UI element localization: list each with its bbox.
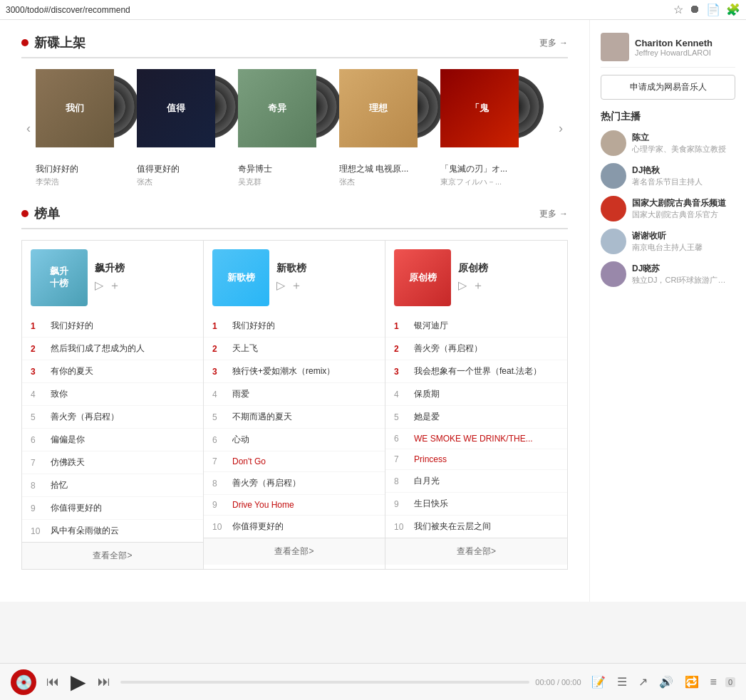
new-albums-header: 新碟上架 更多 → [21,34,568,58]
chart-row[interactable]: 7 Don't Go [204,451,385,472]
chart-row[interactable]: 3 我会想象有一个世界（feat.法老） [385,360,567,383]
top-bar: 3000/todo#/discover/recommend ☆ ⏺ 📄 🧩 [0,0,746,20]
chart-song-title: 有你的夏天 [51,365,195,377]
chart-cover: 新歌榜 [212,249,269,306]
album-artist: 李荣浩 [36,177,126,187]
chart-row[interactable]: 10 你值得更好的 [204,516,385,538]
chart-row[interactable]: 9 Drive You Home [204,495,385,516]
add-chart-btn[interactable]: ＋ [109,278,120,293]
play-chart-btn[interactable]: ▷ [276,278,285,293]
chart-rank: 2 [31,344,45,354]
broadcaster-info: 陈立 心理学家、美食家陈立教授 [632,132,735,155]
chart-actions: ▷ ＋ [276,278,306,293]
chart-footer[interactable]: 查看全部> [385,538,567,565]
chart-row[interactable]: 4 雨爱 [204,383,385,406]
chart-rank: 5 [212,412,227,422]
album-item[interactable]: 理想 理想之城 电视原... 张杰 [339,69,430,187]
chart-rank: 7 [31,458,45,468]
broadcaster-avatar [601,163,626,189]
record-icon[interactable]: ⏺ [689,3,700,16]
hot-broadcast-title: 热门主播 [601,110,735,123]
section-dot [21,39,29,46]
broadcaster-desc: 心理学家、美食家陈立教授 [632,144,732,155]
chart-row[interactable]: 4 致你 [22,383,203,406]
chart-rank: 2 [394,344,408,354]
chart-song-title: 拾忆 [51,479,195,491]
chart-row[interactable]: 1 我们好好的 [204,315,385,338]
add-chart-btn[interactable]: ＋ [472,278,484,293]
add-chart-btn[interactable]: ＋ [291,278,302,293]
chart-rank: 8 [212,479,227,489]
albums-list: 我们 我们好好的 李荣浩 值得 值得更好的 张杰 奇异 奇异博士 吴克群 理想 … [36,69,554,187]
broadcaster-name: 国家大剧院古典音乐频道 [632,197,735,209]
chart-row[interactable]: 1 我们好好的 [22,315,203,338]
chart-footer[interactable]: 查看全部> [204,538,385,565]
chart-row[interactable]: 2 善火旁（再启程） [385,338,567,360]
chart-row[interactable]: 6 偏偏是你 [22,429,203,451]
albums-next-btn[interactable]: › [554,121,568,136]
extension-icon[interactable]: 🧩 [726,3,740,16]
chart-row[interactable]: 8 白月光 [385,470,567,493]
pdf-icon[interactable]: 📄 [706,3,720,16]
broadcasters-list: 陈立 心理学家、美食家陈立教授 DJ艳秋 著名音乐节目主持人 国家大剧院古典音乐… [601,130,735,287]
chart-rank: 9 [31,503,45,513]
top-bar-icons: ☆ ⏺ 📄 🧩 [673,3,740,16]
chart-row[interactable]: 9 你值得更好的 [22,497,203,520]
charts-more[interactable]: 更多 → [539,208,568,220]
chart-row[interactable]: 2 然后我们成了想成为的人 [22,338,203,360]
broadcaster-item[interactable]: 陈立 心理学家、美食家陈立教授 [601,130,735,156]
broadcaster-item[interactable]: DJ晓苏 独立DJ，CRI环球旅游广播... [601,261,735,287]
broadcaster-item[interactable]: 国家大剧院古典音乐频道 国家大剧院古典音乐官方 [601,196,735,221]
chart-rank: 4 [31,390,45,399]
broadcaster-name: 谢谢收听 [632,230,735,242]
chart-row[interactable]: 2 天上飞 [204,338,385,360]
album-item[interactable]: 奇异 奇异博士 吴克群 [238,69,328,187]
chart-song-title: 善火旁（再启程） [414,343,559,355]
chart-row[interactable]: 5 善火旁（再启程） [22,406,203,429]
album-item[interactable]: 「鬼 「鬼滅の刃」オ... 東京フィルハ－... [440,69,531,187]
chart-song-title: 心动 [232,434,376,446]
broadcaster-name: 陈立 [632,132,735,144]
play-chart-btn[interactable]: ▷ [458,278,467,293]
albums-prev-btn[interactable]: ‹ [21,121,36,136]
chart-row[interactable]: 7 仿佛跌天 [22,451,203,474]
chart-row[interactable]: 6 WE SMOKE WE DRINK/THE... [385,429,567,449]
broadcaster-item[interactable]: DJ艳秋 著名音乐节目主持人 [601,163,735,189]
broadcaster-name: DJ晓苏 [632,263,735,275]
chart-footer[interactable]: 查看全部> [22,542,203,569]
album-title: 理想之城 电视原... [339,163,430,175]
chart-song-title: 白月光 [414,475,559,487]
broadcaster-avatar [601,130,626,156]
url-display: 3000/todo#/discover/recommend [6,5,130,15]
album-item[interactable]: 值得 值得更好的 张杰 [137,69,227,187]
new-albums-more[interactable]: 更多 → [539,37,568,49]
chart-row[interactable]: 3 有你的夏天 [22,360,203,383]
chart-row[interactable]: 9 生日快乐 [385,493,567,516]
chart-row[interactable]: 3 独行侠+爱如潮水（remix） [204,360,385,383]
chart-rank: 3 [394,367,408,377]
chart-row[interactable]: 4 保质期 [385,383,567,406]
chart-row[interactable]: 10 我们被夹在云层之间 [385,516,567,538]
chart-row[interactable]: 5 不期而遇的夏天 [204,406,385,429]
chart-row[interactable]: 8 拾忆 [22,474,203,497]
chart-rank: 3 [31,367,45,377]
album-cover: 值得 [137,69,227,160]
chart-row[interactable]: 10 风中有朵雨做的云 [22,520,203,542]
album-item[interactable]: 我们 我们好好的 李荣浩 [36,69,126,187]
star-icon[interactable]: ☆ [673,3,683,16]
chart-row[interactable]: 1 银河迪厅 [385,315,567,338]
chart-row[interactable]: 8 善火旁（再启程） [204,472,385,495]
chart-row[interactable]: 5 她是爱 [385,406,567,429]
chart-cover: 原创榜 [394,249,451,306]
chart-song-title: 然后我们成了想成为的人 [51,343,195,355]
chart-row[interactable]: 7 Princess [385,449,567,470]
play-chart-btn[interactable]: ▷ [95,278,103,293]
chart-row[interactable]: 6 心动 [204,429,385,451]
broadcaster-item[interactable]: 谢谢收听 南京电台主持人王馨 [601,229,735,254]
apply-musician-btn[interactable]: 申请成为网易音乐人 [601,75,735,100]
chart-rank: 8 [31,481,45,491]
chart-col-feisheng: 飙升 十榜 飙升榜 ▷ ＋ 1 我们好好的 2 然后我们成了想成为的人 3 有你… [22,241,204,569]
new-albums-section: 新碟上架 更多 → ‹ 我们 我们好好的 李荣浩 值得 值得更好的 张杰 [21,34,568,187]
chart-rank: 7 [212,456,227,466]
broadcaster-desc: 国家大剧院古典音乐官方 [632,209,732,220]
